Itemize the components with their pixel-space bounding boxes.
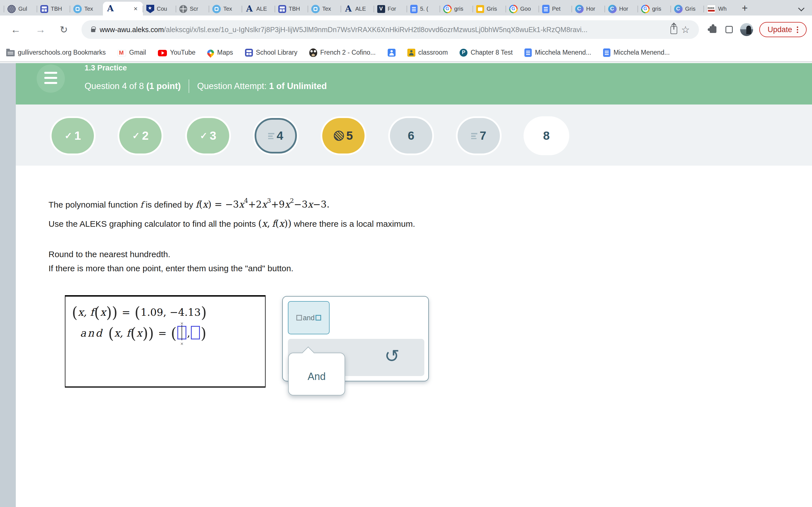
- youtube-icon: [158, 50, 167, 56]
- classroom-icon: [407, 49, 415, 57]
- bookmark-2[interactable]: Gmail: [117, 49, 146, 56]
- folder-icon: [6, 50, 15, 56]
- tab-label: Wh: [718, 6, 726, 12]
- question-circle-8[interactable]: 8: [525, 118, 567, 154]
- tab-15[interactable]: Gris: [473, 2, 506, 15]
- bookmark-label: Gmail: [129, 49, 146, 56]
- placeholder-square-icon: [296, 315, 302, 321]
- docs-icon: [410, 5, 417, 13]
- reload-button[interactable]: ↻: [60, 25, 68, 34]
- tab-9[interactable]: TBH: [275, 2, 308, 15]
- update-label: Update: [767, 25, 792, 34]
- tab-2[interactable]: TBH: [37, 2, 70, 15]
- tab-8[interactable]: ALE: [242, 2, 275, 15]
- question-circle-1[interactable]: ✓1: [52, 118, 94, 154]
- aleks-icon: [245, 4, 254, 14]
- answer-input-x[interactable]: [177, 326, 186, 339]
- question-line-1: The polynomial function f is defined by …: [49, 197, 329, 210]
- share-icon[interactable]: [670, 26, 677, 34]
- person-icon: [388, 49, 396, 57]
- bookmark-4[interactable]: Maps: [207, 49, 233, 56]
- slides-icon: [476, 5, 484, 13]
- tab-1[interactable]: Gul: [4, 2, 37, 15]
- side-panel-icon[interactable]: [725, 26, 733, 33]
- placeholder-square-icon: [315, 315, 321, 321]
- back-button[interactable]: ←: [11, 24, 21, 35]
- hamburger-menu-button[interactable]: [37, 64, 65, 93]
- forward-button[interactable]: →: [36, 24, 46, 35]
- undo-icon[interactable]: ↺: [384, 346, 400, 367]
- answer-input-y[interactable]: [191, 326, 200, 339]
- question-circle-3[interactable]: ✓3: [187, 118, 229, 154]
- question-number: 5: [346, 129, 353, 143]
- question-progress-label: Question 4 of 8 (1 point): [85, 81, 181, 91]
- question-circle-5[interactable]: 5: [322, 118, 364, 154]
- tab-11[interactable]: ALE: [341, 2, 374, 15]
- bookmark-label: Maps: [217, 49, 233, 56]
- question-circle-2[interactable]: ✓2: [119, 118, 161, 154]
- bookmark-5[interactable]: School Library: [245, 49, 297, 57]
- bookmark-label: Micchela Menend...: [535, 49, 591, 56]
- tab-19[interactable]: Hor: [605, 2, 638, 15]
- bookmark-3[interactable]: YouTube: [158, 49, 195, 56]
- tab-13[interactable]: 5. (: [407, 2, 440, 15]
- bookmark-9[interactable]: Chapter 8 Test: [460, 49, 513, 57]
- inside-icon: [707, 5, 716, 13]
- tab-label: Goo: [520, 6, 531, 12]
- kebab-menu-icon[interactable]: [797, 29, 798, 31]
- bookmark-11[interactable]: Micchela Menend...: [603, 48, 670, 57]
- extensions-icon[interactable]: [710, 26, 716, 33]
- texthelp-icon: [212, 5, 221, 13]
- aleks-icon: [344, 4, 353, 14]
- question-number: 2: [142, 129, 149, 143]
- new-tab-button[interactable]: +: [742, 3, 748, 13]
- aleks-header: 1.3 Practice Question 4 of 8 (1 point) Q…: [16, 63, 812, 105]
- attempt-label: Question Attempt: 1 of Unlimited: [197, 81, 327, 91]
- question-circle-4[interactable]: 4: [255, 118, 297, 154]
- question-circle-7[interactable]: 7: [458, 118, 500, 154]
- lines-icon: [268, 132, 274, 139]
- address-bar[interactable]: www-awu.aleks.com/alekscgi/x/lsl.exe/1o_…: [82, 20, 699, 39]
- tab-label: Gris: [487, 6, 497, 12]
- and-template-button[interactable]: and: [288, 301, 329, 334]
- bookmark-10[interactable]: Micchela Menend...: [524, 48, 591, 57]
- texthelp-icon: [73, 5, 82, 13]
- answer-box: (x, f(x))=(1.09, −4.13) and(x, f(x))=(,): [65, 295, 266, 388]
- and-tooltip-label: And: [308, 371, 326, 383]
- tab-20[interactable]: gris: [638, 2, 671, 15]
- bookmark-1[interactable]: gulliverschools.org Bookmarks: [6, 49, 106, 56]
- tab-6[interactable]: Scr: [176, 2, 209, 15]
- tab-16[interactable]: Goo: [506, 2, 539, 15]
- tab-3[interactable]: Tex: [70, 2, 103, 15]
- bookmark-star-icon[interactable]: ☆: [681, 24, 690, 35]
- tab-22[interactable]: Wh: [704, 2, 737, 15]
- and-tooltip: And: [288, 353, 345, 395]
- tab-search-chevron-icon[interactable]: [798, 5, 805, 11]
- tab-label: ALE: [355, 6, 366, 12]
- tab-close-icon[interactable]: ×: [134, 5, 138, 12]
- bookmark-8[interactable]: classroom: [407, 49, 448, 57]
- tab-18[interactable]: Hor: [572, 2, 605, 15]
- tab-5[interactable]: Cou: [143, 2, 176, 15]
- question-circle-6[interactable]: 6: [390, 118, 432, 154]
- question-number: 8: [543, 129, 550, 143]
- answer-row-1: (x, f(x))=(1.09, −4.13): [71, 304, 207, 321]
- tab-4[interactable]: ×: [103, 2, 143, 15]
- url-text[interactable]: www-awu.aleks.com/alekscgi/x/lsl.exe/1o_…: [100, 25, 662, 34]
- tab-21[interactable]: Gris: [671, 2, 704, 15]
- bookmark-7[interactable]: [388, 49, 396, 57]
- profile-avatar[interactable]: [740, 23, 753, 36]
- tab-17[interactable]: Pet: [539, 2, 572, 15]
- pearson-icon: [460, 49, 467, 57]
- tab-7[interactable]: Tex: [209, 2, 242, 15]
- bookmark-6[interactable]: French 2 - Cofino...: [309, 48, 376, 57]
- bookmarks-bar: gulliverschools.org BookmarksGmailYouTub…: [0, 44, 812, 62]
- update-button[interactable]: Update: [759, 22, 807, 37]
- tab-label: Gris: [685, 6, 696, 12]
- tab-10[interactable]: Tex: [308, 2, 341, 15]
- tab-12[interactable]: For: [374, 2, 407, 15]
- check-icon: ✓: [64, 130, 72, 141]
- owl-icon: [309, 48, 317, 57]
- board-icon: [245, 49, 253, 57]
- tab-14[interactable]: gris: [440, 2, 473, 15]
